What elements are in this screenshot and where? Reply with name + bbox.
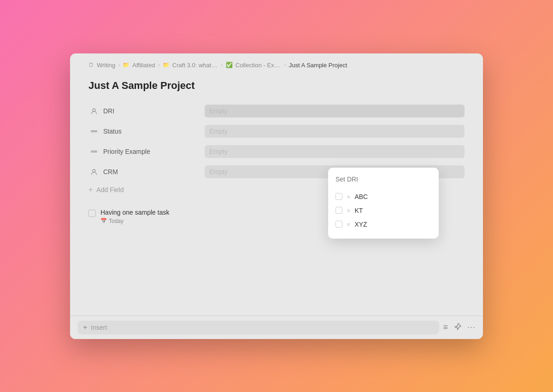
pin-icon[interactable] [453,322,462,333]
breadcrumb-sep-4: › [284,62,286,68]
task-date-label: Today [109,218,124,224]
add-field-label: Add Field [96,186,124,193]
collection-check-icon: ✅ [226,62,233,68]
breadcrumb-item-current: Just A Sample Project [289,62,347,69]
field-label-dri: DRI [103,107,205,115]
dri-option-xyz-label: XYZ [354,221,367,228]
crm-icon [88,169,100,175]
dri-dropdown: ≡ ABC ≡ KT ≡ XYZ [328,168,439,239]
dri-option-kt-label: KT [354,207,363,214]
breadcrumb: 🗒 Writing › 📁 Affiliated › 📁 Craft 3.0: … [70,53,483,75]
more-options-icon[interactable]: ··· [467,322,476,332]
dri-checkbox-abc[interactable] [335,193,342,200]
task-title: Having one sample task [100,209,169,216]
field-label-crm: CRM [103,168,205,176]
writing-icon: 🗒 [88,62,94,68]
breadcrumb-sep-3: › [221,62,223,68]
breadcrumb-item-craft[interactable]: 📁 Craft 3.0: what I think... [163,62,218,69]
svg-point-0 [93,109,95,111]
breadcrumb-item-writing[interactable]: 🗒 Writing [88,62,115,69]
breadcrumb-label-writing: Writing [97,62,115,69]
dri-option-abc-label: ABC [354,193,368,200]
svg-rect-3 [91,151,97,152]
breadcrumb-item-affiliated[interactable]: 📁 Affiliated [123,62,155,69]
breadcrumb-label-affiliated: Affiliated [132,62,155,69]
breadcrumb-label-current: Just A Sample Project [289,62,347,69]
task-checkbox[interactable] [88,210,96,217]
svg-rect-4 [91,152,97,152]
field-label-priority: Priority Example [103,148,205,155]
dri-option-kt-icon: ≡ [347,208,350,213]
dri-icon [88,108,100,114]
status-icon [88,130,100,132]
svg-rect-1 [91,130,97,131]
dri-search-area [328,173,439,188]
dri-option-xyz-icon: ≡ [347,222,350,227]
bottom-toolbar: + Insert ≡ ··· [70,316,483,339]
dri-option-xyz[interactable]: ≡ XYZ [328,217,439,231]
breadcrumb-label-craft: Craft 3.0: what I think... [172,62,218,69]
page-title: Just A Sample Project [88,80,465,92]
field-value-status[interactable]: Empty [205,125,465,138]
task-content: Having one sample task 📅 Today [100,209,169,224]
breadcrumb-item-collection[interactable]: ✅ Collection - Examp... [226,62,282,69]
dri-options-list: ≡ ABC ≡ KT ≡ XYZ [328,188,439,233]
dri-checkbox-xyz[interactable] [335,221,342,228]
priority-icon [88,151,100,152]
affiliated-folder-icon: 📁 [123,62,129,68]
field-row-priority: Priority Example Empty [88,141,465,162]
insert-label: Insert [91,324,107,331]
breadcrumb-label-collection: Collection - Examp... [235,62,282,69]
toolbar-right: ≡ ··· [443,322,476,333]
calendar-icon: 📅 [100,218,107,224]
list-view-icon[interactable]: ≡ [443,322,448,332]
field-value-priority[interactable]: Empty [205,145,465,158]
field-value-dri[interactable]: Empty [205,105,465,117]
field-row-dri: DRI Empty [88,101,465,121]
craft-folder-icon: 📁 [163,62,170,68]
dri-search-input[interactable] [335,176,431,183]
dri-option-kt[interactable]: ≡ KT [328,204,439,217]
dri-option-abc-icon: ≡ [347,194,350,199]
dri-option-abc[interactable]: ≡ ABC [328,190,439,204]
insert-plus-icon: + [83,323,87,332]
field-row-status: Status Empty [88,121,465,141]
insert-area[interactable]: + Insert [77,321,439,334]
dri-checkbox-kt[interactable] [335,207,342,214]
breadcrumb-sep-2: › [158,62,160,68]
task-date: 📅 Today [100,218,169,224]
field-label-status: Status [103,128,205,135]
add-field-plus-icon: + [88,186,93,194]
main-window: 🗒 Writing › 📁 Affiliated › 📁 Craft 3.0: … [70,53,483,339]
breadcrumb-sep-1: › [118,62,120,68]
svg-rect-2 [91,131,97,132]
svg-point-5 [93,170,95,172]
